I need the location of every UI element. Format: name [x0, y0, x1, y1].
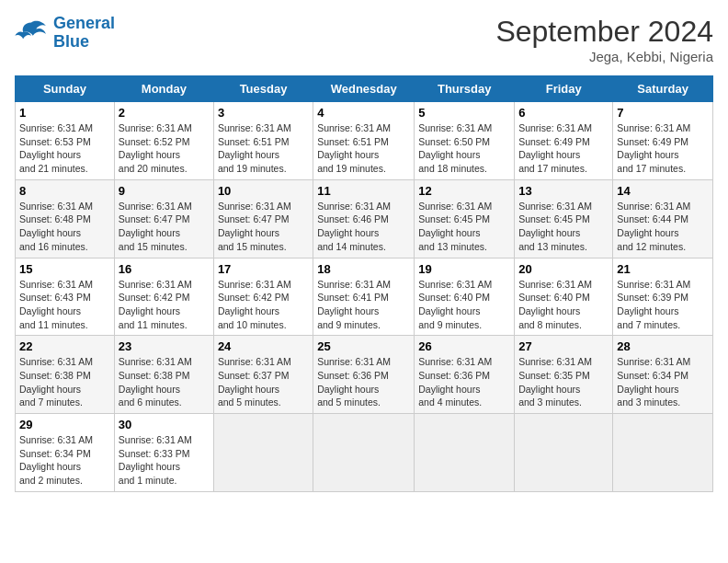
cell-content: Sunrise: 6:31 AMSunset: 6:33 PMDaylight … [119, 434, 192, 486]
day-number: 3 [218, 106, 309, 120]
calendar-cell [213, 414, 313, 492]
cell-content: Sunrise: 6:31 AMSunset: 6:39 PMDaylight … [617, 279, 690, 330]
title-block: September 2024 Jega, Kebbi, Nigeria [495, 15, 713, 64]
calendar-cell: 25Sunrise: 6:31 AMSunset: 6:36 PMDayligh… [313, 336, 415, 414]
cell-content: Sunrise: 6:31 AMSunset: 6:51 PMDaylight … [317, 122, 391, 174]
calendar-cell [313, 414, 415, 492]
calendar-cell: 30Sunrise: 6:31 AMSunset: 6:33 PMDayligh… [114, 414, 213, 492]
day-number: 10 [218, 184, 309, 198]
calendar-cell: 7Sunrise: 6:31 AMSunset: 6:49 PMDaylight… [613, 102, 713, 180]
day-number: 25 [317, 339, 410, 353]
day-number: 6 [518, 106, 609, 120]
cell-content: Sunrise: 6:31 AMSunset: 6:41 PMDaylight … [317, 279, 391, 330]
day-number: 8 [19, 184, 110, 198]
day-number: 27 [518, 339, 609, 353]
day-number: 15 [19, 262, 110, 276]
day-number: 7 [617, 106, 709, 120]
col-saturday: Saturday [613, 76, 713, 102]
day-number: 4 [317, 106, 410, 120]
calendar-cell: 5Sunrise: 6:31 AMSunset: 6:50 PMDaylight… [415, 102, 515, 180]
calendar-cell: 24Sunrise: 6:31 AMSunset: 6:37 PMDayligh… [213, 336, 313, 414]
calendar-cell: 11Sunrise: 6:31 AMSunset: 6:46 PMDayligh… [313, 179, 415, 258]
calendar-cell: 22Sunrise: 6:31 AMSunset: 6:38 PMDayligh… [16, 336, 115, 414]
col-friday: Friday [515, 76, 613, 102]
day-number: 16 [119, 262, 210, 276]
calendar-cell: 26Sunrise: 6:31 AMSunset: 6:36 PMDayligh… [415, 336, 515, 414]
day-number: 5 [418, 106, 510, 120]
cell-content: Sunrise: 6:31 AMSunset: 6:46 PMDaylight … [317, 201, 391, 252]
logo-icon [15, 19, 48, 47]
calendar-cell: 8Sunrise: 6:31 AMSunset: 6:48 PMDaylight… [16, 179, 115, 258]
cell-content: Sunrise: 6:31 AMSunset: 6:40 PMDaylight … [418, 279, 492, 330]
calendar-row: 22Sunrise: 6:31 AMSunset: 6:38 PMDayligh… [16, 336, 713, 414]
cell-content: Sunrise: 6:31 AMSunset: 6:35 PMDaylight … [518, 356, 592, 408]
col-thursday: Thursday [415, 76, 515, 102]
calendar-cell: 9Sunrise: 6:31 AMSunset: 6:47 PMDaylight… [114, 179, 213, 258]
calendar-cell: 27Sunrise: 6:31 AMSunset: 6:35 PMDayligh… [515, 336, 613, 414]
cell-content: Sunrise: 6:31 AMSunset: 6:49 PMDaylight … [617, 122, 690, 174]
header-row: Sunday Monday Tuesday Wednesday Thursday… [16, 76, 713, 102]
calendar-cell: 18Sunrise: 6:31 AMSunset: 6:41 PMDayligh… [313, 258, 415, 336]
calendar-cell: 1Sunrise: 6:31 AMSunset: 6:53 PMDaylight… [16, 102, 115, 180]
day-number: 23 [119, 339, 210, 353]
logo: General Blue [15, 15, 115, 52]
calendar-cell [613, 414, 713, 492]
day-number: 14 [617, 184, 709, 198]
page-header: General Blue September 2024 Jega, Kebbi,… [15, 15, 713, 64]
day-number: 11 [317, 184, 410, 198]
cell-content: Sunrise: 6:31 AMSunset: 6:47 PMDaylight … [218, 201, 291, 252]
month-title: September 2024 [495, 15, 713, 49]
calendar-cell: 13Sunrise: 6:31 AMSunset: 6:45 PMDayligh… [515, 179, 613, 258]
col-monday: Monday [114, 76, 213, 102]
cell-content: Sunrise: 6:31 AMSunset: 6:42 PMDaylight … [119, 279, 192, 330]
calendar-cell: 17Sunrise: 6:31 AMSunset: 6:42 PMDayligh… [213, 258, 313, 336]
cell-content: Sunrise: 6:31 AMSunset: 6:36 PMDaylight … [317, 356, 391, 408]
cell-content: Sunrise: 6:31 AMSunset: 6:49 PMDaylight … [518, 122, 592, 174]
cell-content: Sunrise: 6:31 AMSunset: 6:51 PMDaylight … [218, 122, 291, 174]
cell-content: Sunrise: 6:31 AMSunset: 6:45 PMDaylight … [518, 201, 592, 252]
calendar-table: Sunday Monday Tuesday Wednesday Thursday… [15, 75, 713, 492]
col-sunday: Sunday [16, 76, 115, 102]
cell-content: Sunrise: 6:31 AMSunset: 6:37 PMDaylight … [218, 356, 291, 408]
calendar-cell [415, 414, 515, 492]
calendar-cell: 28Sunrise: 6:31 AMSunset: 6:34 PMDayligh… [613, 336, 713, 414]
day-number: 24 [218, 339, 309, 353]
cell-content: Sunrise: 6:31 AMSunset: 6:47 PMDaylight … [119, 201, 192, 252]
day-number: 1 [19, 106, 110, 120]
calendar-cell: 21Sunrise: 6:31 AMSunset: 6:39 PMDayligh… [613, 258, 713, 336]
calendar-cell: 19Sunrise: 6:31 AMSunset: 6:40 PMDayligh… [415, 258, 515, 336]
cell-content: Sunrise: 6:31 AMSunset: 6:38 PMDaylight … [119, 356, 192, 408]
cell-content: Sunrise: 6:31 AMSunset: 6:48 PMDaylight … [19, 201, 93, 252]
calendar-cell: 20Sunrise: 6:31 AMSunset: 6:40 PMDayligh… [515, 258, 613, 336]
cell-content: Sunrise: 6:31 AMSunset: 6:43 PMDaylight … [19, 279, 93, 330]
calendar-cell: 23Sunrise: 6:31 AMSunset: 6:38 PMDayligh… [114, 336, 213, 414]
calendar-cell [515, 414, 613, 492]
day-number: 18 [317, 262, 410, 276]
cell-content: Sunrise: 6:31 AMSunset: 6:34 PMDaylight … [617, 356, 690, 408]
calendar-cell: 12Sunrise: 6:31 AMSunset: 6:45 PMDayligh… [415, 179, 515, 258]
calendar-cell: 10Sunrise: 6:31 AMSunset: 6:47 PMDayligh… [213, 179, 313, 258]
cell-content: Sunrise: 6:31 AMSunset: 6:44 PMDaylight … [617, 201, 690, 252]
day-number: 30 [119, 418, 210, 431]
day-number: 28 [617, 339, 709, 353]
cell-content: Sunrise: 6:31 AMSunset: 6:45 PMDaylight … [418, 201, 492, 252]
day-number: 17 [218, 262, 309, 276]
cell-content: Sunrise: 6:31 AMSunset: 6:42 PMDaylight … [218, 279, 291, 330]
day-number: 29 [19, 418, 110, 431]
day-number: 13 [518, 184, 609, 198]
calendar-cell: 15Sunrise: 6:31 AMSunset: 6:43 PMDayligh… [16, 258, 115, 336]
col-wednesday: Wednesday [313, 76, 415, 102]
calendar-cell: 16Sunrise: 6:31 AMSunset: 6:42 PMDayligh… [114, 258, 213, 336]
cell-content: Sunrise: 6:31 AMSunset: 6:38 PMDaylight … [19, 356, 93, 408]
logo-text: General Blue [53, 15, 115, 52]
day-number: 12 [418, 184, 510, 198]
day-number: 22 [19, 339, 110, 353]
day-number: 20 [518, 262, 609, 276]
cell-content: Sunrise: 6:31 AMSunset: 6:53 PMDaylight … [19, 122, 93, 174]
calendar-cell: 2Sunrise: 6:31 AMSunset: 6:52 PMDaylight… [114, 102, 213, 180]
calendar-row: 1Sunrise: 6:31 AMSunset: 6:53 PMDaylight… [16, 102, 713, 180]
location: Jega, Kebbi, Nigeria [495, 49, 713, 64]
calendar-cell: 29Sunrise: 6:31 AMSunset: 6:34 PMDayligh… [16, 414, 115, 492]
calendar-row: 29Sunrise: 6:31 AMSunset: 6:34 PMDayligh… [16, 414, 713, 492]
calendar-cell: 6Sunrise: 6:31 AMSunset: 6:49 PMDaylight… [515, 102, 613, 180]
